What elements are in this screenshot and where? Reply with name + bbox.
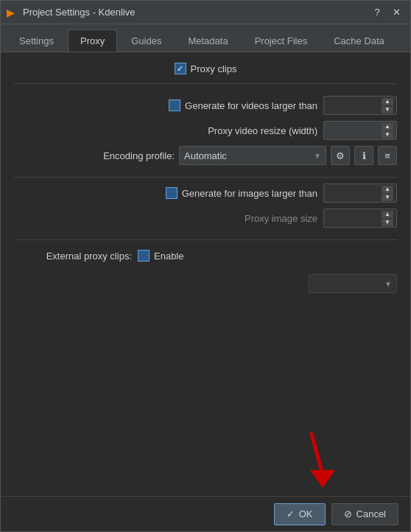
tabs-bar: Settings Proxy Guides Metadata Project F…	[1, 24, 410, 52]
image-size-up[interactable]: ▲	[382, 186, 393, 193]
image-size-input[interactable]: 2000pixels	[330, 188, 374, 199]
proxy-clips-checkbox-label[interactable]: Proxy clips	[175, 63, 237, 74]
video-size-input[interactable]: 1000pixels	[330, 100, 374, 111]
ok-icon: ✓	[287, 508, 295, 519]
app-icon: ▶	[7, 7, 18, 18]
generate-images-label: Generate for images larger than	[182, 188, 317, 199]
enable-checkbox[interactable]	[138, 250, 150, 262]
proxy-video-size-input[interactable]: 640pixels	[330, 125, 374, 136]
proxy-clips-row: Proxy clips	[14, 63, 397, 84]
encoding-info-button[interactable]: ℹ	[354, 146, 373, 165]
close-button[interactable]: ✕	[388, 4, 404, 21]
encoding-profile-value: Automatic	[184, 150, 227, 161]
image-size-down[interactable]: ▼	[382, 194, 393, 201]
tab-project-files[interactable]: Project Files	[242, 29, 320, 52]
help-button[interactable]: ?	[369, 4, 385, 21]
ok-label: OK	[299, 508, 313, 519]
proxy-clips-checkbox[interactable]	[175, 63, 186, 74]
generate-videos-checkbox[interactable]	[169, 99, 180, 111]
proxy-image-size-arrows: ▲ ▼	[382, 211, 393, 226]
external-proxy-section: External proxy clips: Enable ▼	[14, 246, 397, 293]
title-bar-left: ▶ Project Settings - Kdenlive	[7, 7, 135, 18]
sliders-icon: ≡	[384, 150, 390, 161]
generate-videos-row: Generate for videos larger than 1000pixe…	[14, 96, 397, 115]
proxy-clips-label: Proxy clips	[191, 63, 237, 74]
window-title: Project Settings - Kdenlive	[23, 7, 135, 18]
proxy-image-size-spinbox[interactable]: 800pixels ▲ ▼	[323, 209, 397, 228]
main-window: ▶ Project Settings - Kdenlive ? ✕ Settin…	[0, 0, 411, 532]
generate-images-row: Generate for images larger than 2000pixe…	[14, 183, 397, 203]
external-proxy-label: External proxy clips:	[14, 251, 132, 262]
video-size-down[interactable]: ▼	[382, 106, 393, 113]
image-size-spinbox[interactable]: 2000pixels ▲ ▼	[323, 183, 397, 203]
ok-button[interactable]: ✓ OK	[274, 503, 326, 525]
generate-images-checkbox[interactable]	[166, 187, 178, 199]
enable-label: Enable	[154, 251, 183, 262]
footer: ✓ OK ⊘ Cancel	[1, 496, 410, 531]
external-proxy-dropdown[interactable]: ▼	[309, 274, 397, 293]
enable-checkbox-label[interactable]: Enable	[138, 250, 183, 262]
proxy-video-resize-label: Proxy video resize (width)	[185, 125, 317, 136]
chevron-down-icon-2: ▼	[384, 280, 392, 288]
image-size-arrows: ▲ ▼	[382, 186, 393, 201]
tab-settings[interactable]: Settings	[7, 29, 66, 52]
encoding-settings-button[interactable]: ⚙	[331, 146, 350, 165]
proxy-image-size-input[interactable]: 800pixels	[330, 213, 374, 224]
encoding-profile-label: Encoding profile:	[103, 150, 175, 161]
video-size-up[interactable]: ▲	[382, 98, 393, 105]
cancel-label: Cancel	[356, 508, 386, 519]
separator-1	[14, 177, 397, 178]
proxy-image-size-up[interactable]: ▲	[382, 211, 393, 218]
external-proxy-row: External proxy clips: Enable	[14, 246, 397, 265]
video-size-arrows: ▲ ▼	[382, 98, 393, 113]
generate-videos-label: Generate for videos larger than	[185, 100, 317, 111]
tab-guides[interactable]: Guides	[119, 29, 174, 52]
proxy-video-size-down[interactable]: ▼	[382, 131, 393, 139]
proxy-image-size-label: Proxy image size	[185, 213, 317, 224]
video-size-spinbox[interactable]: 1000pixels ▲ ▼	[323, 96, 397, 115]
encoding-profile-row: Encoding profile: Automatic ▼ ⚙ ℹ ≡	[14, 146, 397, 165]
tab-proxy[interactable]: Proxy	[68, 29, 117, 52]
tab-metadata[interactable]: Metadata	[175, 29, 240, 52]
proxy-image-size-row: Proxy image size 800pixels ▲ ▼	[14, 209, 397, 228]
cancel-icon: ⊘	[344, 508, 352, 519]
proxy-video-size-arrows: ▲ ▼	[382, 123, 393, 139]
images-section: Generate for images larger than 2000pixe…	[14, 183, 397, 228]
proxy-video-size-up[interactable]: ▲	[382, 123, 393, 130]
content-area: Proxy clips Generate for videos larger t…	[1, 52, 410, 496]
video-section: Generate for videos larger than 1000pixe…	[14, 96, 397, 165]
proxy-video-size-spinbox[interactable]: 640pixels ▲ ▼	[323, 121, 397, 140]
gear-icon: ⚙	[336, 150, 345, 161]
title-bar-controls: ? ✕	[369, 4, 404, 21]
encoding-profile-select[interactable]: Automatic ▼	[179, 146, 326, 165]
separator-2	[14, 239, 397, 240]
tab-cache-data[interactable]: Cache Data	[321, 29, 397, 52]
proxy-video-resize-row: Proxy video resize (width) 640pixels ▲ ▼	[14, 121, 397, 140]
cancel-button[interactable]: ⊘ Cancel	[331, 503, 398, 525]
chevron-down-icon: ▼	[314, 152, 321, 160]
encoding-sliders-button[interactable]: ≡	[378, 146, 397, 165]
title-bar: ▶ Project Settings - Kdenlive ? ✕	[1, 1, 410, 24]
info-icon: ℹ	[362, 150, 366, 161]
external-proxy-dropdown-row: ▼	[14, 274, 397, 293]
proxy-image-size-down[interactable]: ▼	[382, 219, 393, 226]
